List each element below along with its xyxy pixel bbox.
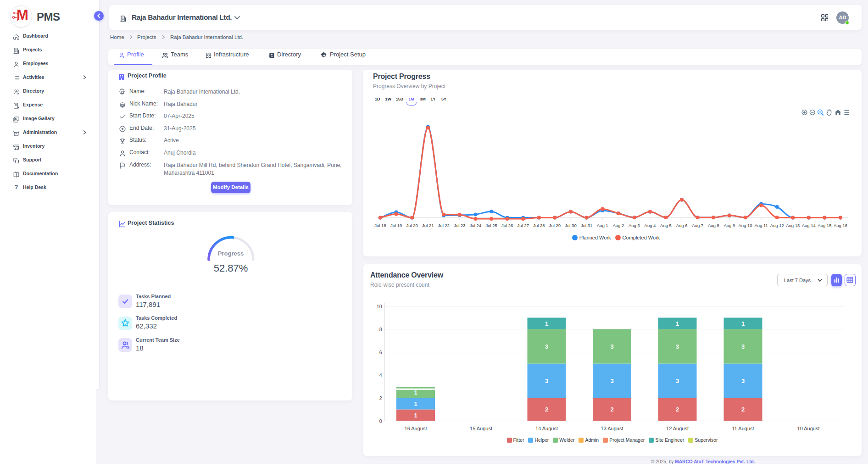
svg-text:1: 1: [414, 400, 417, 407]
svg-text:Jul 20: Jul 20: [406, 223, 418, 228]
svg-text:1: 1: [741, 320, 745, 327]
svg-text:0: 0: [379, 418, 382, 424]
svg-text:Jul 26: Jul 26: [501, 223, 513, 228]
svg-text:Jul 24: Jul 24: [470, 223, 481, 228]
svg-text:15 August: 15 August: [470, 426, 492, 431]
svg-text:M: M: [17, 7, 28, 23]
svg-text:3: 3: [545, 378, 548, 384]
svg-text:Jul 21: Jul 21: [422, 223, 434, 228]
svg-text:4: 4: [379, 372, 382, 378]
svg-text:3: 3: [610, 378, 613, 384]
svg-text:2: 2: [545, 406, 548, 413]
svg-text:11 August: 11 August: [732, 426, 754, 431]
svg-text:2: 2: [676, 406, 679, 413]
svg-text:10 August: 10 August: [797, 426, 820, 431]
svg-text:Aug 11: Aug 11: [754, 223, 768, 228]
svg-text:2: 2: [379, 395, 382, 401]
svg-text:6: 6: [379, 350, 382, 355]
svg-text:Aug 8: Aug 8: [708, 223, 719, 228]
svg-text:Aug 9: Aug 9: [723, 223, 735, 228]
svg-text:13 August: 13 August: [601, 426, 623, 431]
svg-text:3: 3: [741, 343, 745, 350]
svg-text:Jul 19: Jul 19: [390, 223, 402, 228]
svg-text:Aug 12: Aug 12: [770, 223, 784, 228]
svg-text:Aug 6: Aug 6: [676, 223, 688, 228]
svg-text:14 August: 14 August: [535, 426, 558, 431]
svg-text:3: 3: [741, 378, 745, 384]
svg-text:3: 3: [676, 343, 679, 350]
svg-text:Aug 10: Aug 10: [738, 223, 752, 228]
svg-text:3: 3: [676, 378, 679, 384]
svg-text:1: 1: [414, 412, 417, 419]
svg-text:Aug 14: Aug 14: [802, 223, 816, 228]
svg-text:Jul 18: Jul 18: [374, 223, 386, 228]
svg-text:Jul 30: Jul 30: [565, 223, 576, 228]
svg-text:1: 1: [545, 320, 548, 327]
svg-text:Jul 31: Jul 31: [581, 223, 592, 228]
svg-text:10: 10: [377, 304, 382, 309]
svg-text:Aug 7: Aug 7: [692, 223, 703, 228]
svg-text:8: 8: [379, 327, 382, 332]
svg-text:Jul 28: Jul 28: [533, 223, 545, 228]
svg-text:Aug 15: Aug 15: [818, 223, 831, 228]
svg-text:Jul 23: Jul 23: [454, 223, 465, 228]
svg-text:Aug 1: Aug 1: [597, 223, 608, 228]
svg-text:Jul 22: Jul 22: [438, 223, 450, 228]
svg-text:Aug 16: Aug 16: [834, 223, 847, 228]
svg-text:Jul 25: Jul 25: [485, 223, 497, 228]
svg-text:3: 3: [545, 343, 548, 350]
svg-text:1: 1: [414, 389, 417, 396]
svg-text:Aug 4: Aug 4: [645, 223, 656, 228]
svg-text:Aug 2: Aug 2: [612, 223, 624, 228]
svg-text:3: 3: [610, 343, 613, 350]
svg-text:12 August: 12 August: [666, 426, 689, 431]
svg-text:2: 2: [741, 406, 745, 413]
svg-text:Aug 5: Aug 5: [660, 223, 672, 228]
svg-text:2: 2: [610, 406, 613, 413]
svg-text:16 August: 16 August: [405, 426, 427, 431]
svg-text:Jul 27: Jul 27: [517, 223, 529, 228]
svg-text:Aug 3: Aug 3: [629, 223, 640, 228]
svg-text:1: 1: [676, 320, 679, 327]
svg-text:Aug 13: Aug 13: [786, 223, 800, 228]
svg-text:Jul 29: Jul 29: [549, 223, 561, 228]
